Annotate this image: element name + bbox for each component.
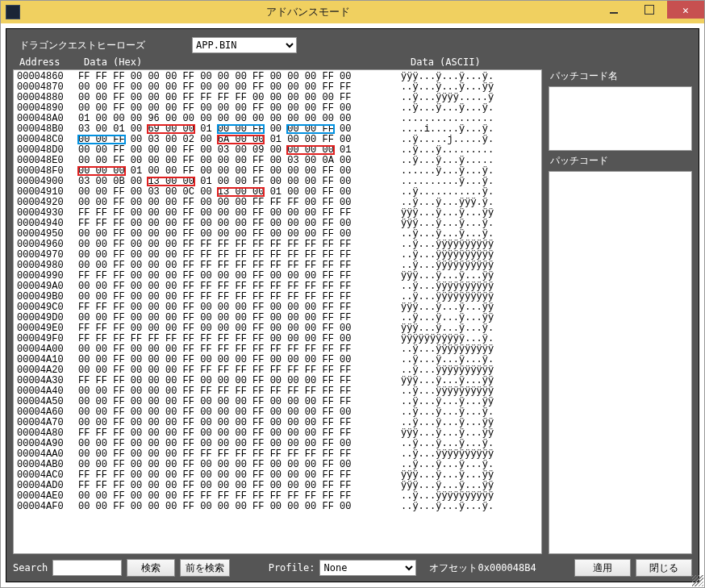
side-panel: パッチコード名 パッチコード: [549, 69, 692, 554]
client-area: ドラゴンクエストヒーローズ APP.BIN Address Data (Hex)…: [1, 23, 704, 587]
bottom-bar: Search 検索 前を検索 Profile: None オフセット0x0000…: [13, 554, 692, 577]
patch-name-box[interactable]: [549, 86, 692, 151]
profile-select[interactable]: None: [319, 560, 416, 576]
profile-label: Profile:: [269, 562, 315, 573]
ascii-cell: ..ÿ...ÿ...ÿ...ÿ.: [401, 502, 494, 512]
minimize-button[interactable]: [596, 1, 632, 19]
title-bar[interactable]: アドバンスモード: [1, 1, 704, 23]
offset-label: オフセット0x000048B4: [429, 561, 536, 575]
resize-grip-icon[interactable]: [692, 575, 703, 586]
search-prev-button[interactable]: 前を検索: [180, 559, 230, 577]
app-icon: [6, 5, 20, 19]
patch-code-label: パッチコード: [549, 154, 692, 168]
header-hex: Data (Hex): [84, 56, 411, 68]
column-headers: Address Data (Hex) Data (ASCII): [13, 56, 692, 68]
close-window-button[interactable]: [667, 1, 704, 19]
main-panel: ドラゴンクエストヒーローズ APP.BIN Address Data (Hex)…: [6, 28, 699, 582]
game-title-label: ドラゴンクエストヒーローズ: [13, 39, 182, 52]
search-button[interactable]: 検索: [127, 559, 175, 577]
close-button[interactable]: 閉じる: [636, 559, 692, 577]
search-label: Search: [13, 562, 48, 573]
maximize-button[interactable]: [632, 1, 667, 19]
header-ascii: Data (ASCII): [411, 56, 481, 68]
hex-cell[interactable]: 00 00 FF 00 00 00 FF 00 00 00 FF 00 00 0…: [78, 502, 401, 512]
app-window: アドバンスモード ドラゴンクエストヒーローズ APP.BIN Address D…: [0, 0, 705, 588]
header-address: Address: [19, 56, 84, 68]
apply-button[interactable]: 適用: [574, 559, 631, 577]
window-title: アドバンスモード: [20, 5, 596, 19]
patch-name-label: パッチコード名: [549, 69, 692, 83]
patch-code-box[interactable]: [549, 171, 692, 554]
search-input[interactable]: [52, 560, 122, 576]
file-select[interactable]: APP.BIN: [192, 37, 297, 53]
address-cell: 00004AF0: [17, 502, 78, 512]
hex-row[interactable]: 00004AF000 00 FF 00 00 00 FF 00 00 00 FF…: [17, 502, 538, 512]
hex-viewer[interactable]: 00004860FF FF FF 00 00 00 FF 00 00 00 FF…: [13, 69, 542, 554]
